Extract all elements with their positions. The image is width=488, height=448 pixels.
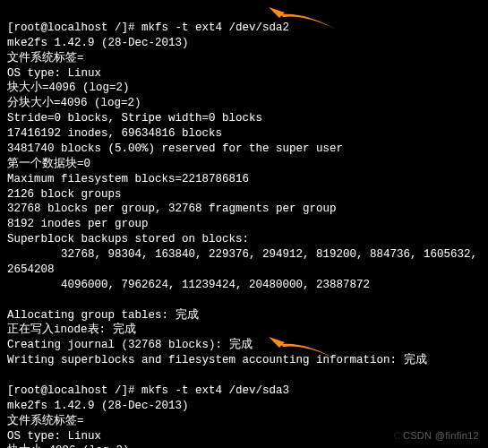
output-line: 17416192 inodes, 69634816 blocks [7, 127, 222, 140]
output-line: 8192 inodes per group [7, 218, 149, 230]
shell-prompt-1: [root@localhost /]# [7, 22, 141, 34]
output-line: 32768 blocks per group, 32768 fragments … [7, 202, 337, 215]
shell-command-2: mkfs -t ext4 /dev/sda3 [141, 383, 289, 399]
shell-prompt-2: [root@localhost /]# [7, 384, 141, 397]
output-line: 3481740 blocks (5.00%) reserved for the … [7, 142, 343, 155]
output-line: 第一个数据块=0 [7, 158, 90, 170]
output-line: OS type: Linux [7, 67, 101, 80]
terminal-output: [root@localhost /]# mkfs -t ext4 /dev/sd… [0, 0, 488, 448]
shell-command-1: mkfs -t ext4 /dev/sda2 [141, 21, 289, 36]
output-line: Maximum filesystem blocks=2218786816 [7, 173, 249, 185]
output-line: Superblock backups stored on blocks: [7, 233, 249, 246]
output-line: 分块大小=4096 (log=2) [7, 97, 141, 109]
output-line: 32768, 98304, 163840, 229376, 294912, 81… [7, 248, 484, 276]
output-line: 文件系统标签= [7, 415, 84, 427]
output-line: 块大小=4096 (log=2) [7, 82, 130, 94]
output-line: 2126 block groups [7, 188, 122, 201]
output-line: OS type: Linux [7, 430, 101, 443]
output-line: Stride=0 blocks, Stripe width=0 blocks [7, 112, 262, 125]
output-line: 文件系统标签= [7, 52, 84, 65]
output-line: mke2fs 1.42.9 (28-Dec-2013) [7, 37, 189, 49]
output-line: 4096000, 7962624, 11239424, 20480000, 23… [7, 279, 370, 291]
output-line: Allocating group tables: 完成 [7, 309, 199, 322]
output-line: mke2fs 1.42.9 (28-Dec-2013) [7, 400, 189, 412]
watermark: CCSDN @finfin12 [394, 429, 479, 443]
output-line: Writing superblocks and filesystem accou… [7, 354, 427, 366]
output-line: Creating journal (32768 blocks): 完成 [7, 339, 253, 351]
output-line: 正在写入inode表: 完成 [7, 323, 136, 336]
output-line: 块大小=4096 (log=2) [7, 444, 130, 448]
